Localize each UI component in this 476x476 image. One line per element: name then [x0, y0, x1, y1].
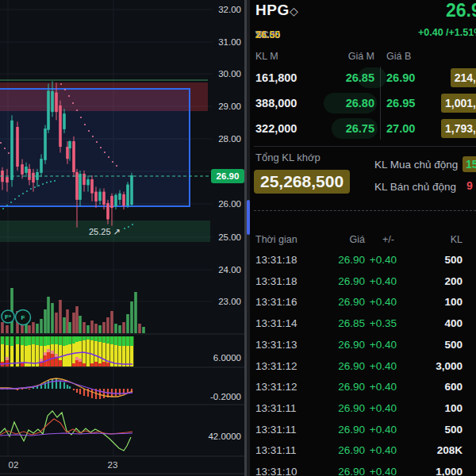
- time-label: 23: [108, 460, 118, 470]
- trade-change: +0.40: [361, 464, 397, 476]
- trade-price: 26.90: [321, 359, 365, 374]
- axis-label: 25.00: [218, 232, 241, 242]
- trade-volume: 3,000: [409, 359, 463, 374]
- trade-price: 26.90: [321, 294, 365, 310]
- time-label: 02: [9, 460, 19, 470]
- trade-change: +0.40: [361, 443, 397, 459]
- total-matched-value: 25,268,500: [254, 170, 350, 194]
- price-chart[interactable]: 25.25 ↗F*F32.0031.0030.0029.0028.0026.00…: [0, 0, 244, 476]
- dashed-divider: [254, 210, 476, 211]
- svg-text:F*: F*: [5, 313, 12, 321]
- orderbook-header-sell-price: Giá B: [386, 51, 411, 62]
- trade-row[interactable]: 13:31:1626.90+0.40100: [250, 294, 476, 310]
- trade-row[interactable]: 13:31:1226.90+0.40600: [250, 379, 476, 395]
- active-buy-value: 15: [463, 156, 476, 172]
- trade-time: 13:31:11: [255, 422, 297, 438]
- trade-volume: 1,000: [409, 464, 463, 476]
- trade-row[interactable]: 13:31:1326.90+0.40500: [250, 337, 476, 353]
- trade-time: 13:31:12: [255, 359, 298, 374]
- trade-change: +0.40: [361, 294, 397, 310]
- trade-row[interactable]: 13:31:1126.90+0.40208K: [250, 443, 476, 459]
- buy-volume: 388,000: [255, 92, 297, 114]
- active-sell-value: 9: [466, 179, 473, 192]
- trades-header-volume: KL: [432, 234, 463, 245]
- sell-volume-badge: 214,: [451, 68, 476, 87]
- orderbook-row[interactable]: 161,80026.8526.90214,: [250, 67, 476, 89]
- trade-change: +0.40: [361, 422, 397, 438]
- total-matched-label: Tổng KL khớp: [255, 152, 321, 163]
- price-axis: 32.0031.0030.0029.0028.0026.0025.0024.00…: [208, 5, 244, 441]
- selection-box[interactable]: [0, 89, 190, 206]
- price-zones: 25.25 ↗: [0, 80, 210, 242]
- axis-label: 31.00: [218, 37, 241, 47]
- trade-change: +0.40: [361, 379, 397, 395]
- trade-time: 13:31:10: [255, 464, 298, 476]
- axis-label: 24.00: [218, 265, 241, 274]
- trades-header-change: +/-: [382, 234, 394, 245]
- trade-change: +0.40: [361, 359, 397, 374]
- axis-label: -0.2000: [210, 392, 241, 401]
- axis-label: 32.00: [218, 5, 241, 14]
- trade-volume: 100: [409, 294, 463, 310]
- macd: [0, 378, 132, 399]
- trade-time: 13:31:11: [255, 443, 297, 459]
- trade-time: 13:31:12: [255, 379, 298, 395]
- trade-time: 13:31:18: [255, 252, 298, 268]
- trade-time: 13:31:14: [255, 316, 298, 332]
- axis-label: 23.00: [218, 297, 241, 306]
- trade-change: +0.40: [361, 401, 397, 416]
- trade-time: 13:31:11: [255, 401, 297, 416]
- trade-row[interactable]: 13:31:1426.85+0.35400: [250, 316, 476, 332]
- trade-volume: 500: [409, 252, 463, 268]
- buy-volume: 161,800: [255, 67, 297, 89]
- ref-price: 26.50: [255, 29, 280, 40]
- trade-change: +0.40: [361, 274, 397, 290]
- trade-change: +0.40: [361, 337, 397, 353]
- trade-price: 26.85: [321, 316, 365, 332]
- support-price-label: 25.25 ↗: [89, 227, 121, 236]
- axis-label: 26.00: [218, 199, 241, 209]
- orderbook-row[interactable]: 388,00026.8026.951,001,: [250, 92, 476, 114]
- trade-row[interactable]: 13:31:1826.90+0.40500: [250, 252, 476, 268]
- trade-row[interactable]: 13:31:1226.90+0.403,000: [250, 359, 476, 374]
- buy-price: 26.85: [329, 67, 374, 89]
- axis-label: 29.00: [218, 102, 241, 111]
- last-price: 26.90: [446, 0, 476, 21]
- trade-change: +0.40: [361, 252, 397, 268]
- buy-volume: 322,000: [255, 117, 297, 140]
- trade-time: 13:31:18: [255, 274, 298, 290]
- trading-side-panel: HPG ◇ 26.90 +0.40 /+1.51% T 28.35 S 24.6…: [250, 0, 476, 476]
- trade-change: +0.35: [361, 316, 397, 332]
- axis-label: 30.00: [218, 69, 241, 79]
- buy-price: 26.75: [329, 117, 374, 140]
- sell-price: 26.90: [386, 67, 415, 89]
- trade-volume: 600: [409, 379, 463, 395]
- trade-price: 26.90: [321, 464, 365, 476]
- trade-volume: 500: [409, 337, 463, 353]
- trade-row[interactable]: 13:31:1126.90+0.40500: [250, 422, 476, 438]
- trade-row[interactable]: 13:31:1826.90+0.40200: [250, 274, 476, 290]
- trade-row[interactable]: 13:31:1126.90+0.40100: [250, 401, 476, 416]
- trade-volume: 200: [409, 274, 463, 290]
- trade-price: 26.90: [321, 274, 365, 290]
- axis-label: 6.0000: [213, 353, 241, 363]
- sell-price: 26.95: [386, 92, 415, 114]
- axis-label: 42.0000: [208, 432, 241, 441]
- active-sell-label: KL Bán chủ động: [374, 181, 456, 193]
- trade-price: 26.90: [321, 443, 365, 459]
- orderbook-header-buy-volume: KL M: [255, 51, 278, 62]
- sell-price: 27.00: [386, 117, 415, 140]
- trade-volume: 400: [409, 316, 463, 332]
- symbol-switch-icon[interactable]: ◇: [290, 5, 298, 17]
- active-buy-label: KL Mua chủ động: [374, 159, 458, 171]
- trade-volume: 500: [409, 422, 463, 438]
- buy-price: 26.80: [329, 92, 374, 114]
- section-divider: [254, 146, 476, 147]
- trade-row[interactable]: 13:31:1026.90+0.401,000: [250, 464, 476, 476]
- trade-volume: 208K: [409, 443, 463, 459]
- trades-header-price: Giá: [337, 234, 365, 245]
- price-change: +0.40 /+1.51%: [418, 27, 476, 38]
- trade-price: 26.90: [321, 422, 365, 438]
- symbol-name: HPG: [255, 2, 290, 19]
- orderbook-row[interactable]: 322,00026.7527.001,793,: [250, 117, 476, 140]
